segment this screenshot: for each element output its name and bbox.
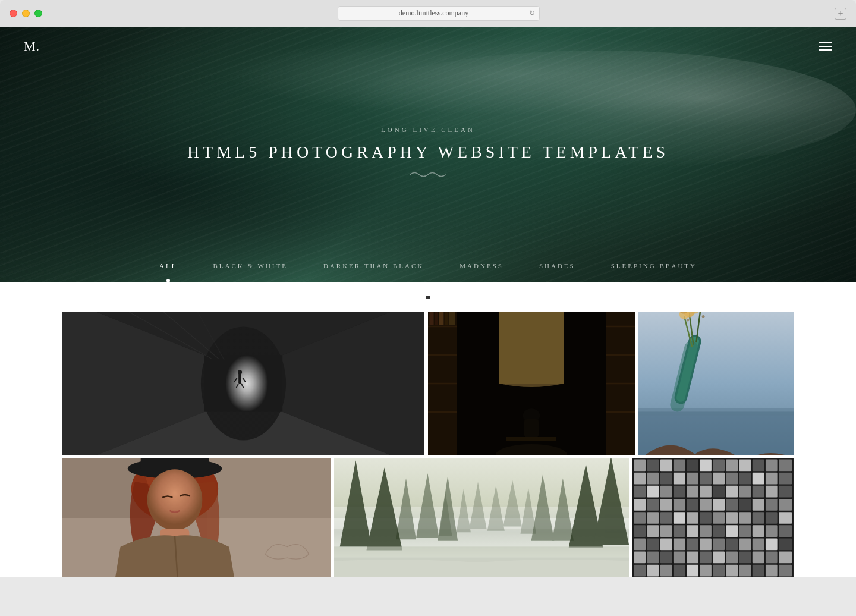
svg-point-10 bbox=[238, 370, 242, 374]
svg-rect-168 bbox=[687, 538, 698, 550]
svg-rect-147 bbox=[726, 512, 738, 524]
svg-rect-169 bbox=[700, 538, 712, 550]
svg-rect-143 bbox=[674, 512, 685, 524]
svg-rect-118 bbox=[660, 486, 672, 498]
svg-rect-193 bbox=[700, 565, 712, 577]
svg-rect-16 bbox=[499, 312, 564, 384]
svg-rect-136 bbox=[739, 499, 751, 511]
filter-black-white[interactable]: BLACK & WHITE bbox=[213, 262, 288, 269]
svg-rect-192 bbox=[687, 565, 698, 577]
filter-madness[interactable]: MADNESS bbox=[460, 262, 503, 269]
svg-rect-167 bbox=[674, 538, 685, 550]
svg-rect-165 bbox=[647, 538, 659, 550]
svg-rect-166 bbox=[660, 538, 672, 550]
svg-rect-100 bbox=[739, 460, 751, 472]
filter-nav: ALL BLACK & WHITE DARKER THAN BLACK MADN… bbox=[0, 250, 856, 282]
close-button[interactable] bbox=[10, 10, 17, 17]
filter-all[interactable]: ALL bbox=[159, 262, 177, 269]
hero-title: HTML5 PHOTOGRAPHY WEBSITE TEMPLATES bbox=[187, 143, 669, 162]
svg-rect-120 bbox=[687, 486, 698, 498]
svg-rect-164 bbox=[634, 538, 646, 550]
svg-rect-135 bbox=[726, 499, 738, 511]
svg-rect-185 bbox=[753, 552, 764, 564]
svg-rect-132 bbox=[687, 499, 698, 511]
refresh-icon[interactable]: ↻ bbox=[529, 9, 535, 18]
svg-rect-138 bbox=[766, 499, 778, 511]
svg-rect-154 bbox=[660, 525, 672, 537]
svg-rect-113 bbox=[753, 473, 764, 485]
gallery-item-tunnel[interactable] bbox=[62, 312, 424, 455]
svg-rect-142 bbox=[660, 512, 672, 524]
svg-rect-131 bbox=[674, 499, 685, 511]
svg-rect-133 bbox=[700, 499, 712, 511]
hero-section: M. LONG LIVE CLEAN HTML5 PHOTOGRAPHY WEB… bbox=[0, 27, 856, 282]
svg-rect-172 bbox=[739, 538, 751, 550]
svg-rect-158 bbox=[713, 525, 725, 537]
svg-rect-31 bbox=[449, 312, 455, 325]
maximize-button[interactable] bbox=[34, 10, 42, 17]
svg-rect-127 bbox=[779, 486, 792, 498]
gallery-grid bbox=[0, 312, 856, 577]
minimize-button[interactable] bbox=[22, 10, 30, 17]
svg-rect-27 bbox=[429, 312, 433, 325]
svg-rect-152 bbox=[634, 525, 646, 537]
svg-rect-189 bbox=[647, 565, 659, 577]
address-bar[interactable]: demo.limitless.company bbox=[338, 6, 540, 21]
svg-point-50 bbox=[702, 315, 705, 318]
svg-rect-191 bbox=[674, 565, 685, 577]
svg-rect-151 bbox=[779, 512, 792, 524]
svg-rect-157 bbox=[700, 525, 712, 537]
gallery-item-flowers[interactable] bbox=[638, 312, 794, 455]
svg-rect-196 bbox=[739, 565, 751, 577]
gallery-row-1 bbox=[62, 312, 794, 455]
svg-rect-139 bbox=[779, 499, 792, 511]
filter-shades[interactable]: SHADES bbox=[539, 262, 575, 269]
svg-rect-34 bbox=[506, 437, 556, 441]
svg-rect-183 bbox=[726, 552, 738, 564]
gallery-item-library[interactable] bbox=[428, 312, 635, 455]
svg-rect-148 bbox=[739, 512, 751, 524]
svg-rect-160 bbox=[739, 525, 751, 537]
svg-rect-124 bbox=[739, 486, 751, 498]
svg-rect-156 bbox=[687, 525, 698, 537]
svg-rect-103 bbox=[779, 460, 792, 472]
svg-rect-112 bbox=[739, 473, 751, 485]
svg-rect-96 bbox=[687, 460, 698, 472]
svg-rect-9 bbox=[238, 373, 241, 384]
svg-rect-145 bbox=[700, 512, 712, 524]
browser-window: demo.limitless.company ↻ + bbox=[0, 0, 856, 27]
svg-rect-125 bbox=[753, 486, 764, 498]
gallery-item-portrait[interactable] bbox=[62, 458, 331, 577]
svg-rect-163 bbox=[779, 525, 792, 537]
svg-rect-178 bbox=[660, 552, 672, 564]
gallery-item-mosaic[interactable] bbox=[632, 458, 794, 577]
svg-rect-194 bbox=[713, 565, 725, 577]
new-tab-button[interactable]: + bbox=[835, 8, 846, 20]
svg-rect-121 bbox=[700, 486, 712, 498]
svg-rect-155 bbox=[674, 525, 685, 537]
svg-rect-126 bbox=[766, 486, 778, 498]
browser-content: M. LONG LIVE CLEAN HTML5 PHOTOGRAPHY WEB… bbox=[0, 27, 856, 577]
address-bar-wrapper: demo.limitless.company ↻ bbox=[47, 6, 830, 21]
svg-rect-190 bbox=[660, 565, 672, 577]
active-indicator bbox=[426, 296, 430, 299]
hamburger-menu[interactable] bbox=[819, 42, 832, 51]
svg-rect-114 bbox=[766, 473, 778, 485]
svg-rect-109 bbox=[700, 473, 712, 485]
hero-subtitle: LONG LIVE CLEAN bbox=[187, 126, 669, 133]
svg-rect-186 bbox=[766, 552, 778, 564]
site-logo[interactable]: M. bbox=[24, 39, 40, 54]
svg-rect-128 bbox=[634, 499, 646, 511]
svg-rect-28 bbox=[435, 312, 438, 325]
svg-rect-111 bbox=[726, 473, 738, 485]
svg-rect-101 bbox=[753, 460, 764, 472]
svg-rect-180 bbox=[687, 552, 698, 564]
svg-rect-199 bbox=[779, 565, 792, 577]
svg-rect-176 bbox=[634, 552, 646, 564]
svg-rect-29 bbox=[439, 312, 443, 325]
svg-rect-95 bbox=[674, 460, 685, 472]
filter-sleeping-beauty[interactable]: SLEEPING BEAUTY bbox=[611, 262, 697, 269]
gallery-item-forest[interactable] bbox=[334, 458, 629, 577]
svg-rect-173 bbox=[753, 538, 764, 550]
filter-darker-than-black[interactable]: DARKER THAN BLACK bbox=[323, 262, 424, 269]
